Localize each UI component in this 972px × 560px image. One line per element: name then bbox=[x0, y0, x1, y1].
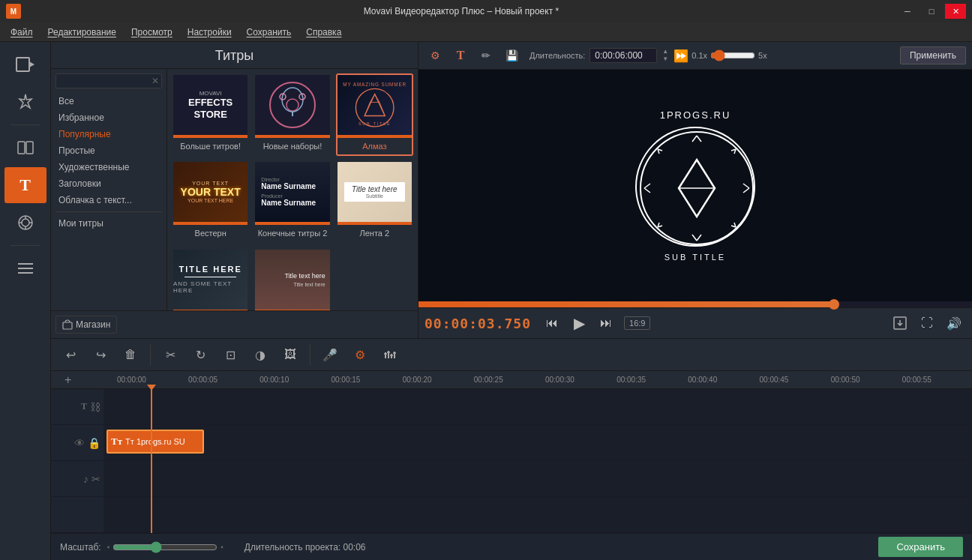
preview-text-btn[interactable]: T bbox=[450, 45, 471, 66]
search-clear-icon[interactable]: ✕ bbox=[152, 76, 159, 86]
scale-min-icon[interactable]: ▪ bbox=[107, 543, 110, 551]
skip-forward-button[interactable]: ⏭ bbox=[594, 311, 618, 335]
preview-save-btn[interactable]: 💾 bbox=[501, 45, 522, 66]
sidebar-btn-titles[interactable]: T bbox=[4, 167, 46, 203]
svg-line-21 bbox=[380, 102, 385, 115]
menu-settings[interactable]: Настройки bbox=[180, 25, 239, 40]
undo-button[interactable]: ↩ bbox=[57, 341, 84, 368]
preview-brush-btn[interactable]: ✏ bbox=[476, 45, 496, 66]
audio-eq-button[interactable] bbox=[376, 341, 404, 368]
menu-file[interactable]: Файл bbox=[3, 25, 40, 40]
cat-artistic[interactable]: Художественные bbox=[51, 159, 166, 175]
title-card-tape2[interactable]: Title text here Subtitle Лента 2 bbox=[336, 160, 413, 243]
title-card-endcredits[interactable]: Director Name Surname Producer Name Surn… bbox=[254, 160, 331, 243]
close-button[interactable]: ✕ bbox=[945, 4, 966, 19]
sidebar-btn-effects[interactable] bbox=[4, 84, 46, 120]
add-track-icon[interactable]: + bbox=[64, 373, 71, 387]
menu-view[interactable]: Просмотр bbox=[124, 25, 180, 40]
shop-button[interactable]: Магазин bbox=[56, 316, 117, 334]
cat-favorites[interactable]: Избранное bbox=[51, 109, 166, 126]
minimize-button[interactable]: ─ bbox=[897, 4, 918, 19]
track-content-title[interactable]: Тт Тт 1progs.ru SU bbox=[104, 425, 972, 460]
card-thumb-minimalism: TITLE HERE AND SOME TEXT HERE bbox=[173, 250, 248, 310]
menu-help[interactable]: Справка bbox=[298, 25, 349, 40]
track-content-text[interactable] bbox=[104, 389, 972, 424]
card-thumb-almas: MY AMAZING SUMMER bbox=[338, 75, 412, 135]
sidebar-btn-lines[interactable] bbox=[4, 250, 46, 286]
svg-line-19 bbox=[374, 94, 379, 103]
cat-speech[interactable]: Облачка с текст... bbox=[51, 192, 166, 208]
speed-slider[interactable] bbox=[710, 49, 755, 61]
image-button[interactable]: 🖼 bbox=[277, 341, 304, 368]
window-title: Movavi Видеоредактор Плюс – Новый проект… bbox=[26, 6, 897, 16]
delete-button[interactable]: 🗑 bbox=[117, 341, 144, 368]
redo-button[interactable]: ↪ bbox=[87, 341, 114, 368]
maximize-button[interactable]: □ bbox=[921, 4, 942, 19]
preview-progress-thumb[interactable] bbox=[829, 299, 839, 310]
app-icon: M bbox=[6, 4, 21, 19]
preview-progress[interactable] bbox=[418, 301, 972, 307]
title-card-newsets[interactable]: Новые наборы! bbox=[254, 73, 331, 156]
sidebar-btn-filters[interactable] bbox=[4, 205, 46, 241]
scale-slider-container: ▪ ▪ bbox=[107, 541, 224, 553]
title-clip[interactable]: Тт Тт 1progs.ru SU bbox=[106, 430, 204, 454]
fullscreen-button[interactable]: ⛶ bbox=[915, 311, 939, 335]
duration-input[interactable] bbox=[590, 48, 657, 63]
cat-popular[interactable]: Популярные bbox=[51, 126, 166, 142]
title-card-store[interactable]: MOVAVI EFFECTSSTORE Больше титров! bbox=[172, 73, 249, 156]
cat-my[interactable]: Мои титры bbox=[51, 215, 166, 232]
track-content-audio[interactable] bbox=[104, 461, 972, 496]
scale-slider[interactable] bbox=[112, 541, 218, 553]
crop-button[interactable]: ⊡ bbox=[217, 341, 244, 368]
cat-simple[interactable]: Простые bbox=[51, 142, 166, 159]
sidebar-btn-transitions[interactable] bbox=[4, 130, 46, 166]
color-button[interactable]: ◑ bbox=[247, 341, 274, 368]
cut-button[interactable]: ✂ bbox=[157, 341, 184, 368]
skip-back-button[interactable]: ⏮ bbox=[540, 311, 564, 335]
title-card-minimalism[interactable]: TITLE HERE AND SOME TEXT HERE Минимализм… bbox=[172, 248, 249, 310]
track-scissors-icon[interactable]: ✂ bbox=[92, 473, 100, 485]
track-row-title-clip: 👁 🔒 Тт Тт 1progs.ru SU bbox=[51, 425, 972, 461]
toolbar-sep-1 bbox=[150, 344, 151, 365]
mic-button[interactable]: 🎤 bbox=[316, 341, 344, 368]
cat-headings[interactable]: Заголовки bbox=[51, 175, 166, 192]
export-button[interactable] bbox=[888, 311, 912, 335]
search-input[interactable] bbox=[56, 73, 162, 88]
save-button[interactable]: Сохранить bbox=[878, 537, 963, 557]
card-label-western: Вестерн bbox=[173, 225, 248, 241]
track-eye-icon[interactable]: 👁 bbox=[74, 437, 85, 449]
track-lock-icon[interactable]: 🔒 bbox=[88, 437, 100, 449]
duration-down[interactable]: ▼ bbox=[662, 55, 669, 63]
card-label-store: Больше титров! bbox=[173, 138, 248, 154]
menu-save[interactable]: Сохранить bbox=[239, 25, 299, 40]
svg-point-10 bbox=[286, 99, 298, 111]
sidebar-btn-video[interactable] bbox=[4, 46, 46, 82]
play-button[interactable]: ▶ bbox=[567, 311, 591, 335]
title-card-almas[interactable]: MY AMAZING SUMMER bbox=[336, 73, 413, 156]
preview-progress-fill bbox=[418, 301, 834, 307]
card-label-almas: Алмаз bbox=[338, 138, 412, 154]
cat-divider bbox=[56, 211, 162, 212]
cat-all[interactable]: Все bbox=[51, 93, 166, 109]
svg-point-11 bbox=[282, 88, 303, 112]
svg-rect-0 bbox=[16, 58, 29, 71]
scale-max-icon[interactable]: ▪ bbox=[220, 543, 224, 551]
time-display: 00:00:03.750 bbox=[424, 316, 531, 331]
preview-gear-btn[interactable]: ⚙ bbox=[424, 45, 446, 66]
apply-button[interactable]: Применить bbox=[900, 46, 966, 64]
title-card-simpletext[interactable]: Title text here Title text here Простой … bbox=[254, 248, 331, 310]
settings-button[interactable]: ⚙ bbox=[346, 341, 374, 368]
shop-label: Магазин bbox=[76, 319, 110, 330]
category-search: ✕ bbox=[56, 73, 162, 88]
card-thumb-tape2: Title text here Subtitle bbox=[338, 162, 412, 222]
rotate-button[interactable]: ↻ bbox=[187, 341, 214, 368]
svg-rect-24 bbox=[63, 322, 72, 329]
menu-edit[interactable]: Редактирование bbox=[40, 25, 124, 40]
duration-up[interactable]: ▲ bbox=[662, 48, 669, 55]
duration-area: Длительность: ▲ ▼ ⏩ 0.1x 5x bbox=[530, 48, 896, 63]
title-card-western[interactable]: YOUR TEXT YOUR TEXT YOUR TEXT HERE Весте… bbox=[172, 160, 249, 243]
preview-toolbar: ⚙ T ✏ 💾 Длительность: ▲ ▼ ⏩ 0.1x bbox=[418, 42, 972, 70]
track-row-text: T ⛓ bbox=[51, 389, 972, 425]
track-link-icon[interactable]: ⛓ bbox=[90, 401, 100, 413]
volume-button[interactable]: 🔊 bbox=[942, 311, 966, 335]
